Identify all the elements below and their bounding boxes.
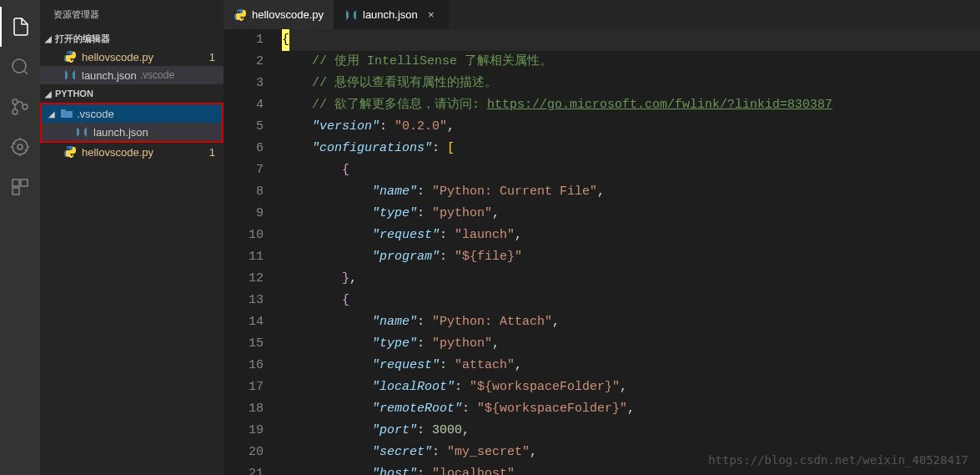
code-line: "request": "launch", — [282, 225, 980, 246]
json-file-icon — [344, 8, 358, 22]
workspace-header[interactable]: ◢ PYTHON — [40, 84, 224, 103]
code-content[interactable]: { // 使用 IntelliSense 了解相关属性。 // 悬停以查看现有属… — [282, 29, 980, 475]
open-editors-header[interactable]: ◢ 打开的编辑器 — [40, 29, 224, 48]
code-line: { — [282, 290, 980, 311]
code-line: "request": "attach", — [282, 355, 980, 376]
source-control-activity-icon[interactable] — [0, 87, 40, 127]
tab-label: hellovscode.py — [252, 8, 324, 21]
svg-line-1 — [24, 71, 28, 74]
file-name-label: hellovscode.py — [82, 51, 153, 63]
tab-bar: hellovscode.py launch.json × — [224, 0, 980, 29]
close-icon[interactable]: × — [425, 8, 438, 21]
chevron-down-icon: ◢ — [48, 109, 58, 119]
workspace-label: PYTHON — [55, 88, 93, 99]
code-line: "name": "Python: Current File", — [282, 181, 980, 203]
line-number-gutter: 1 2 3 4 5 6 7 8 9 10 11 12 13 14 15 16 1… — [224, 29, 282, 475]
file-name-label: launch.json — [93, 126, 148, 139]
file-name-label: hellovscode.py — [82, 146, 153, 159]
python-file-icon — [63, 145, 77, 159]
search-activity-icon[interactable] — [0, 47, 40, 87]
tab-label: launch.json — [363, 8, 418, 21]
code-line: "configurations": [ — [282, 138, 980, 159]
editor-tab[interactable]: hellovscode.py — [224, 0, 334, 29]
python-file-icon — [234, 8, 247, 22]
code-line: // 悬停以查看现有属性的描述。 — [282, 73, 980, 94]
debug-activity-icon[interactable] — [0, 127, 40, 167]
cursor: { — [282, 29, 289, 51]
code-line: "type": "python", — [282, 203, 980, 225]
svg-rect-14 — [21, 179, 28, 186]
code-line: { — [282, 29, 980, 51]
explorer-sidebar: 资源管理器 ◢ 打开的编辑器 hellovscode.py 1 launch.j… — [40, 0, 224, 475]
code-line: "type": "python", — [282, 333, 980, 355]
svg-rect-15 — [13, 188, 19, 195]
svg-point-0 — [13, 59, 26, 73]
svg-point-5 — [13, 139, 28, 154]
json-file-icon — [63, 68, 77, 82]
file-item[interactable]: hellovscode.py 1 — [40, 143, 224, 161]
code-line: "secret": "my_secret", — [282, 442, 980, 463]
extensions-activity-icon[interactable] — [0, 167, 40, 207]
svg-point-6 — [18, 144, 23, 149]
code-line: "version": "0.2.0", — [282, 116, 980, 138]
code-editor[interactable]: 1 2 3 4 5 6 7 8 9 10 11 12 13 14 15 16 1… — [224, 29, 980, 475]
sidebar-title: 资源管理器 — [40, 0, 224, 29]
folder-name-label: .vscode — [77, 108, 114, 120]
chevron-down-icon: ◢ — [43, 34, 53, 43]
activity-bar — [0, 0, 40, 475]
svg-point-4 — [23, 104, 28, 109]
code-line: "remoteRoot": "${workspaceFolder}", — [282, 398, 980, 420]
svg-point-3 — [13, 109, 18, 114]
highlight-annotation: ◢ .vscode launch.json — [40, 103, 224, 143]
json-file-icon — [75, 125, 88, 139]
editor-area: hellovscode.py launch.json × 1 2 3 4 5 6… — [224, 0, 980, 475]
svg-rect-13 — [13, 179, 19, 186]
open-editor-item[interactable]: launch.json .vscode — [40, 66, 224, 84]
python-file-icon — [63, 50, 77, 63]
code-line: "program": "${file}" — [282, 246, 980, 268]
explorer-activity-icon[interactable] — [0, 7, 40, 47]
code-line: }, — [282, 268, 980, 290]
open-editors-label: 打开的编辑器 — [55, 33, 110, 45]
code-line: "host": "localhost", — [282, 463, 980, 475]
code-line: "port": 3000, — [282, 420, 980, 442]
file-path-label: .vscode — [140, 69, 174, 81]
editor-tab[interactable]: launch.json × — [334, 0, 449, 29]
code-line: // 使用 IntelliSense 了解相关属性。 — [282, 51, 980, 73]
svg-point-2 — [13, 99, 18, 104]
chevron-down-icon: ◢ — [43, 89, 53, 99]
folder-item[interactable]: ◢ .vscode — [42, 104, 222, 123]
folder-icon — [60, 107, 73, 120]
code-line: "name": "Python: Attach", — [282, 311, 980, 333]
code-line: { — [282, 159, 980, 181]
code-line: "localRoot": "${workspaceFolder}", — [282, 376, 980, 398]
file-badge: 1 — [209, 51, 215, 63]
code-line: // 欲了解更多信息，请访问: https://go.microsoft.com… — [282, 94, 980, 116]
file-item[interactable]: launch.json — [42, 123, 222, 141]
file-name-label: launch.json — [82, 69, 137, 82]
open-editor-item[interactable]: hellovscode.py 1 — [40, 48, 224, 66]
file-badge: 1 — [209, 146, 215, 159]
